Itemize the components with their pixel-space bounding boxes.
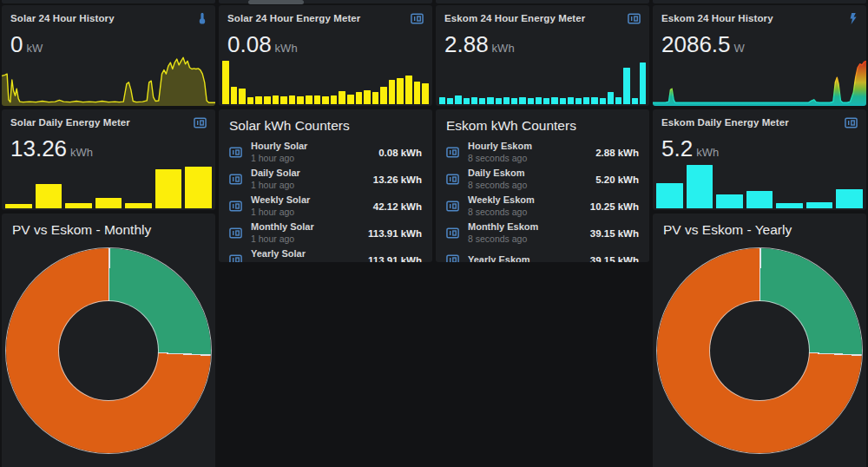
counter-value: 5.20 kWh — [595, 174, 639, 185]
bar — [364, 90, 371, 104]
stat-value: 0 — [10, 33, 23, 56]
list-item: Yearly Solar1 hour ago 113.91 kWh — [219, 247, 432, 262]
panel-title[interactable]: Eskom 24 Hour History — [661, 13, 773, 23]
bar — [95, 198, 122, 208]
bar — [496, 98, 502, 104]
counter-name: Weekly Solar — [251, 194, 365, 207]
bar — [322, 96, 329, 105]
bar — [239, 89, 246, 105]
pv-eskom-monthly-donut — [6, 248, 211, 453]
bar — [455, 95, 461, 104]
bar — [356, 92, 363, 104]
panel-eskom-24h-energy-meter: Eskom 24 Hour Energy Meter 2.88 kWh — [436, 5, 649, 106]
scrolled-panel-edge — [436, 0, 649, 3]
panel-title[interactable]: PV vs Eskom - Yearly — [653, 214, 866, 243]
list-item: Monthly Solar1 hour ago 113.91 kWh — [219, 220, 432, 247]
bar — [447, 98, 453, 104]
counter-time: 1 hour ago — [251, 153, 370, 164]
bar — [776, 203, 803, 208]
lightning-icon — [849, 13, 858, 24]
list-item: Yearly Eskom 39.15 kWh — [436, 247, 649, 262]
counter-time: 1 hour ago — [251, 180, 365, 191]
counter-value: 13.26 kWh — [373, 174, 422, 185]
bar — [519, 97, 525, 104]
scrolled-panel-edge — [2, 0, 215, 3]
bar — [222, 61, 229, 104]
counter-icon — [446, 147, 459, 158]
bar — [487, 97, 493, 104]
bar — [575, 98, 582, 104]
counter-time: 8 seconds ago — [468, 153, 587, 164]
counter-icon — [229, 147, 242, 158]
counter-icon — [194, 117, 207, 128]
bar — [836, 189, 863, 209]
donut-hole — [59, 301, 158, 400]
bar — [608, 92, 614, 104]
bar — [600, 98, 606, 104]
stat-value: 2086.5 — [661, 33, 731, 56]
bar — [568, 97, 574, 104]
counter-name: Hourly Solar — [251, 141, 370, 153]
list-item: Weekly Solar1 hour ago 42.12 kWh — [219, 193, 432, 220]
solar-history-sparkline — [2, 54, 215, 106]
bar — [231, 87, 238, 105]
bar — [439, 97, 445, 104]
panel-title[interactable]: Solar 24 Hour Energy Meter — [227, 13, 360, 23]
panel-title[interactable]: Solar kWh Counters — [219, 109, 432, 139]
list-item: Weekly Eskom8 seconds ago 10.25 kWh — [436, 193, 649, 220]
counter-value: 10.25 kWh — [590, 201, 639, 212]
bar — [36, 184, 62, 208]
stat-value: 2.88 — [444, 33, 489, 56]
panel-title[interactable]: Eskom kWh Counters — [436, 109, 649, 139]
bar — [471, 97, 477, 104]
bar — [155, 169, 182, 208]
bar — [543, 98, 549, 104]
list-item: Monthly Eskom8 seconds ago 39.15 kWh — [436, 220, 649, 247]
counter-name: Daily Solar — [251, 168, 365, 180]
stat-unit: kWh — [275, 42, 298, 55]
bar — [615, 97, 621, 104]
eskom-24h-bars — [436, 62, 649, 104]
counter-value: 113.91 kWh — [368, 228, 422, 239]
bar — [306, 95, 312, 104]
bar — [247, 97, 254, 105]
panel-eskom-daily-energy-meter: Eskom Daily Energy Meter 5.2 kWh — [653, 109, 866, 210]
counter-icon — [229, 174, 242, 185]
panel-title[interactable]: Eskom 24 Hour Energy Meter — [444, 13, 585, 23]
counter-value: 39.15 kWh — [590, 255, 639, 263]
counter-value: 42.12 kWh — [373, 201, 422, 212]
scrollbar-thumb[interactable] — [248, 0, 304, 4]
counter-icon — [446, 201, 459, 212]
bar — [347, 95, 354, 105]
bar — [623, 68, 629, 104]
panel-title[interactable]: Solar 24 Hour History — [10, 13, 115, 23]
counter-icon — [446, 174, 459, 185]
counter-name: Hourly Eskom — [468, 141, 587, 153]
panel-title[interactable]: Solar Daily Energy Meter — [10, 117, 130, 128]
list-item: Daily Solar1 hour ago 13.26 kWh — [219, 166, 432, 193]
counter-name: Daily Eskom — [468, 168, 587, 180]
counter-icon — [446, 227, 459, 239]
counter-time: 1 hour ago — [251, 260, 359, 262]
bar — [806, 202, 833, 208]
bar — [511, 98, 517, 104]
counter-time: 8 seconds ago — [468, 180, 587, 191]
bar — [314, 95, 321, 104]
bar — [125, 203, 152, 208]
bar — [414, 82, 421, 105]
stat-unit: kW — [26, 42, 43, 55]
bar — [339, 91, 345, 104]
panel-pv-vs-eskom-yearly: PV vs Eskom - Yearly — [653, 214, 866, 467]
solar-24h-bars — [219, 61, 432, 104]
stat-unit: kWh — [492, 42, 515, 55]
panel-pv-vs-eskom-monthly: PV vs Eskom - Monthly — [2, 214, 215, 467]
bar — [551, 97, 557, 104]
counter-time: 1 hour ago — [251, 234, 359, 245]
counter-value: 0.08 kWh — [378, 148, 422, 158]
panel-title[interactable]: PV vs Eskom - Monthly — [2, 214, 215, 243]
thermometer-icon — [198, 12, 207, 24]
panel-title[interactable]: Eskom Daily Energy Meter — [661, 117, 789, 128]
bar — [632, 98, 638, 104]
stat-value: 0.08 — [227, 33, 272, 56]
panel-solar-24h-history: Solar 24 Hour History 0 kW — [2, 5, 215, 106]
